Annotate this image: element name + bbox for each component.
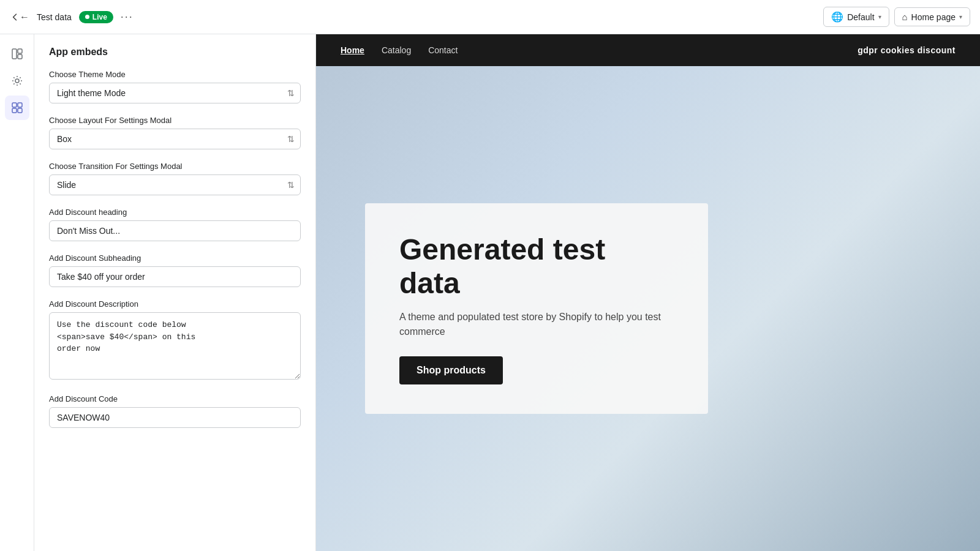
nav-link-contact[interactable]: Contact [428,45,458,55]
test-data-label: Test data [37,12,72,22]
preview-area: Home Catalog Contact gdpr cookies discou… [316,34,980,551]
live-badge: Live [79,11,113,23]
hero-subtitle: A theme and populated test store by Shop… [399,310,674,339]
discount-subheading-input[interactable] [49,266,301,287]
transition-select-wrapper: Slide Fade Zoom ⇅ [49,174,301,195]
topbar-right: 🌐 Default ▾ ⌂ Home page ▾ [497,7,970,27]
nav-link-home[interactable]: Home [341,45,364,55]
svg-rect-3 [18,54,22,59]
home-icon: ⌂ [902,12,908,22]
layout-select[interactable]: Box Drawer Modal [49,129,301,149]
transition-label: Choose Transition For Settings Modal [49,162,301,171]
store-nav: Home Catalog Contact gdpr cookies discou… [316,34,980,66]
discount-code-label: Add Discount Code [49,394,301,403]
default-label: Default [847,12,874,22]
theme-mode-select[interactable]: Light theme Mode Dark theme Mode System … [49,83,301,103]
settings-panel: App embeds Choose Theme Mode Light theme… [34,34,316,551]
more-button[interactable]: ··· [121,10,134,23]
discount-code-input[interactable] [49,407,301,428]
hero-title: Generated test data [399,233,674,300]
chevron-down-icon-home: ▾ [959,13,962,20]
homepage-label: Home page [911,12,956,22]
store-preview: Home Catalog Contact gdpr cookies discou… [316,34,980,551]
topbar: ← Test data Live ··· 🌐 Default ▾ ⌂ Home … [0,0,980,34]
form-group-discount-subheading: Add Discount Subheading [49,253,301,287]
layout-select-wrapper: Box Drawer Modal ⇅ [49,129,301,149]
store-hero: Generated test data A theme and populate… [316,66,980,551]
nav-promo: gdpr cookies discount [858,45,956,55]
discount-subheading-label: Add Discount Subheading [49,253,301,263]
discount-heading-input[interactable] [49,220,301,241]
live-dot [85,15,89,19]
back-button[interactable]: ← [10,7,29,27]
theme-mode-label: Choose Theme Mode [49,70,301,79]
svg-rect-7 [12,108,17,113]
form-group-discount-description: Add Discount Description Use the discoun… [49,299,301,382]
svg-rect-8 [18,108,22,113]
homepage-button[interactable]: ⌂ Home page ▾ [894,7,970,26]
svg-rect-1 [12,49,17,59]
theme-mode-select-wrapper: Light theme Mode Dark theme Mode System … [49,83,301,103]
sidebar-item-layout[interactable] [5,42,29,66]
layout-label: Choose Layout For Settings Modal [49,116,301,125]
form-group-layout: Choose Layout For Settings Modal Box Dra… [49,116,301,149]
svg-rect-6 [18,103,22,107]
panel-title: App embeds [49,47,301,58]
transition-select[interactable]: Slide Fade Zoom [49,174,301,195]
main-layout: App embeds Choose Theme Mode Light theme… [0,34,980,551]
sidebar-item-apps[interactable] [5,96,29,120]
sidebar-item-settings[interactable] [5,69,29,93]
discount-description-textarea[interactable]: Use the discount code below <span>save $… [49,312,301,380]
nav-link-catalog[interactable]: Catalog [382,45,411,55]
live-label: Live [92,13,107,21]
svg-rect-5 [12,103,17,107]
globe-icon: 🌐 [831,11,843,23]
hero-card: Generated test data A theme and populate… [365,203,708,414]
default-button[interactable]: 🌐 Default ▾ [823,7,889,27]
topbar-left: ← Test data Live ··· [10,7,483,27]
chevron-down-icon: ▾ [878,13,881,20]
form-group-discount-code: Add Discount Code [49,394,301,428]
form-group-discount-heading: Add Discount heading [49,208,301,241]
svg-point-4 [15,79,19,83]
shop-products-button[interactable]: Shop products [399,356,503,384]
nav-links: Home Catalog Contact [341,45,458,55]
form-group-transition: Choose Transition For Settings Modal Sli… [49,162,301,195]
form-group-theme-mode: Choose Theme Mode Light theme Mode Dark … [49,70,301,103]
icon-sidebar [0,34,34,551]
svg-rect-2 [18,49,22,53]
discount-heading-label: Add Discount heading [49,208,301,217]
discount-description-label: Add Discount Description [49,299,301,309]
